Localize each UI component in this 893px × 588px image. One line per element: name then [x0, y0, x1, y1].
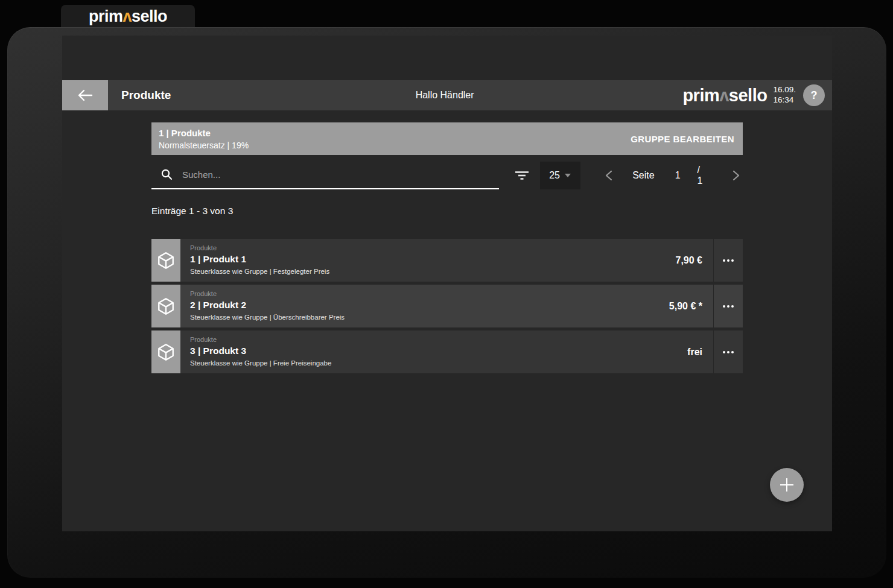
- product-icon-cell: [151, 330, 180, 373]
- plus-icon: [779, 477, 795, 493]
- app-header: Produkte Hallo Händler primʌsello 16.09.…: [62, 80, 832, 110]
- help-button[interactable]: ?: [803, 84, 825, 106]
- product-icon-cell: [151, 239, 180, 282]
- logo-text-prefix: prim: [89, 7, 123, 25]
- row-menu-button[interactable]: [713, 330, 743, 373]
- logo-caret-icon: ʌ: [719, 86, 729, 105]
- product-info: Produkte 1 | Produkt 1 Steuerklasse wie …: [180, 239, 676, 282]
- time-text: 16:34: [773, 95, 793, 104]
- page-size-select[interactable]: 25: [540, 162, 580, 189]
- product-name: 3 | Produkt 3: [190, 344, 687, 358]
- product-category: Produkte: [190, 289, 669, 299]
- ellipsis-icon: [723, 259, 734, 262]
- list-toolbar: 25 Seite 1 / 1: [151, 162, 743, 189]
- entries-count-text: Einträge 1 - 3 von 3: [151, 206, 233, 217]
- product-row[interactable]: Produkte 1 | Produkt 1 Steuerklasse wie …: [151, 239, 743, 282]
- product-price: 5,90 € *: [669, 301, 713, 312]
- product-name: 2 | Produkt 2: [190, 299, 669, 312]
- product-row[interactable]: Produkte 3 | Produkt 3 Steuerklasse wie …: [151, 330, 743, 373]
- question-mark-icon: ?: [811, 89, 818, 102]
- product-price: frei: [687, 347, 713, 358]
- product-details: Steuerklasse wie Gruppe | Überschreibbar…: [190, 312, 669, 323]
- edit-group-button[interactable]: GRUPPE BEARBEITEN: [631, 134, 734, 144]
- group-subtitle: Normalsteuersatz | 19%: [159, 140, 249, 151]
- back-arrow-icon: [77, 89, 93, 101]
- product-icon-cell: [151, 285, 180, 327]
- search-icon: [161, 169, 173, 180]
- product-info: Produkte 3 | Produkt 3 Steuerklasse wie …: [180, 330, 687, 373]
- header-right-group: primʌsello 16.09. 16:34 ?: [682, 84, 832, 106]
- chevron-left-icon: [605, 170, 612, 181]
- product-details: Steuerklasse wie Gruppe | Freie Preisein…: [190, 358, 687, 368]
- date-text: 16.09.: [773, 85, 796, 94]
- product-category: Produkte: [190, 244, 676, 253]
- prev-page-button[interactable]: [602, 170, 616, 181]
- next-page-button[interactable]: [729, 170, 743, 181]
- browser-tab[interactable]: primʌsello: [61, 5, 195, 28]
- cube-icon: [157, 251, 175, 270]
- product-row[interactable]: Produkte 2 | Produkt 2 Steuerklasse wie …: [151, 285, 743, 327]
- filter-icon: [515, 171, 529, 180]
- total-pages-text: / 1: [698, 165, 708, 186]
- logo-text-prefix: prim: [682, 86, 719, 105]
- ellipsis-icon: [723, 351, 734, 353]
- search-input[interactable]: [182, 169, 497, 180]
- product-price: 7,90 €: [676, 255, 713, 266]
- page-title: Produkte: [121, 89, 171, 102]
- search-box[interactable]: [151, 162, 499, 189]
- datetime-display: 16.09. 16:34: [773, 85, 796, 106]
- row-menu-button[interactable]: [713, 285, 743, 327]
- product-info: Produkte 2 | Produkt 2 Steuerklasse wie …: [180, 285, 669, 327]
- group-info: 1 | Produkte Normalsteuersatz | 19%: [159, 127, 249, 151]
- page-label: Seite: [632, 170, 654, 181]
- header-brand-logo: primʌsello: [682, 86, 767, 106]
- logo-caret-icon: ʌ: [122, 7, 132, 25]
- current-page-value[interactable]: 1: [675, 170, 681, 181]
- page-size-value: 25: [549, 170, 560, 181]
- logo-text-suffix: sello: [729, 86, 767, 105]
- chevron-right-icon: [733, 170, 740, 181]
- group-header-bar: 1 | Produkte Normalsteuersatz | 19% GRUP…: [151, 122, 743, 155]
- app-window: Produkte Hallo Händler primʌsello 16.09.…: [62, 36, 832, 531]
- product-category: Produkte: [190, 335, 687, 344]
- chevron-down-icon: [565, 174, 571, 177]
- row-menu-button[interactable]: [713, 239, 743, 282]
- cube-icon: [157, 343, 175, 362]
- filter-button[interactable]: [511, 162, 532, 189]
- ellipsis-icon: [723, 305, 734, 308]
- brand-logo: primʌsello: [89, 7, 167, 26]
- logo-text-suffix: sello: [132, 7, 167, 25]
- pagination: Seite 1 / 1: [602, 162, 743, 189]
- add-product-button[interactable]: [770, 468, 804, 502]
- greeting-text: Hallo Händler: [416, 90, 474, 101]
- product-details: Steuerklasse wie Gruppe | Festgelegter P…: [190, 267, 676, 277]
- back-button[interactable]: [62, 80, 108, 110]
- product-name: 1 | Produkt 1: [190, 253, 676, 266]
- group-title: 1 | Produkte: [159, 127, 249, 140]
- cube-icon: [157, 297, 175, 316]
- product-list: Produkte 1 | Produkt 1 Steuerklasse wie …: [151, 239, 743, 376]
